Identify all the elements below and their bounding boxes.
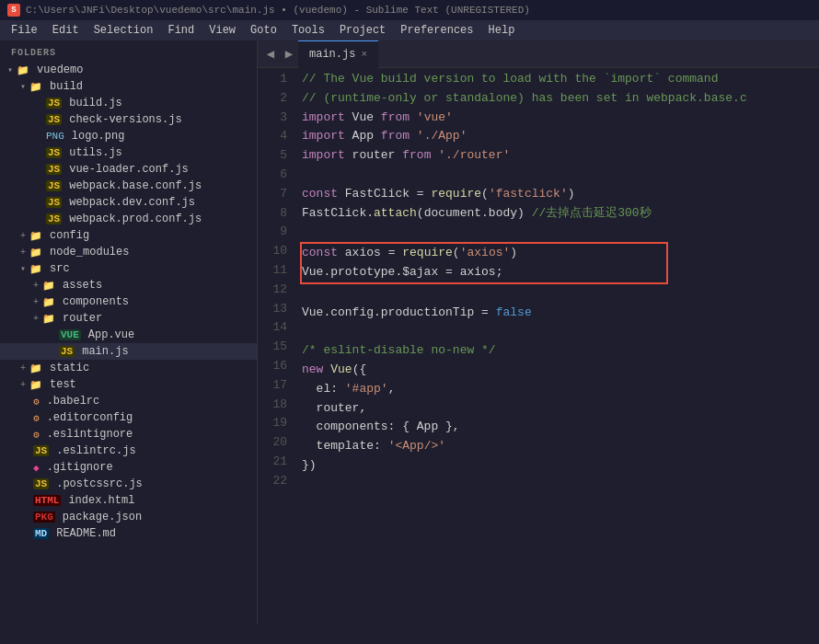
item-name: .postcssrc.js bbox=[56, 477, 143, 490]
sidebar-item[interactable]: +📁router bbox=[0, 310, 257, 327]
item-name: App.vue bbox=[88, 328, 134, 341]
sidebar-item[interactable]: JSwebpack.base.conf.js bbox=[0, 178, 257, 194]
sidebar-item[interactable]: MDREADME.md bbox=[0, 525, 257, 542]
code-area: 12345678910111213141516171819202122 // T… bbox=[258, 68, 819, 624]
sidebar-item[interactable]: +📁config bbox=[0, 227, 257, 244]
editor: 12345678910111213141516171819202122 // T… bbox=[258, 68, 819, 624]
file-icon: VUE bbox=[59, 329, 81, 340]
sidebar-item[interactable]: PKGpackage.json bbox=[0, 509, 257, 525]
title-text: C:\Users\JNFi\Desktop\vuedemo\src\main.j… bbox=[26, 5, 530, 16]
code-line: const axios = require('axios') bbox=[302, 244, 666, 263]
line-number: 13 bbox=[258, 300, 287, 319]
sidebar-item[interactable]: JSutils.js bbox=[0, 144, 257, 161]
file-icon: ◆ bbox=[33, 462, 40, 474]
sidebar-item[interactable]: PNGlogo.png bbox=[0, 128, 257, 144]
sidebar-item[interactable]: ⚙.editorconfig bbox=[0, 409, 257, 426]
tab-close-button[interactable]: × bbox=[361, 49, 367, 60]
line-number: 6 bbox=[258, 166, 287, 185]
sidebar-item[interactable]: JSvue-loader.conf.js bbox=[0, 161, 257, 178]
item-name: build.js bbox=[69, 97, 122, 109]
sidebar-item[interactable]: VUEApp.vue bbox=[0, 327, 257, 343]
line-number: 20 bbox=[258, 433, 287, 453]
item-name: README.md bbox=[56, 527, 116, 540]
code-line: const FastClick = require('fastclick') bbox=[302, 185, 819, 204]
sidebar-item[interactable]: ◆.gitignore bbox=[0, 459, 257, 476]
sidebar-item[interactable]: JSwebpack.dev.conf.js bbox=[0, 194, 257, 211]
menu-item-project[interactable]: Project bbox=[332, 22, 393, 39]
sidebar-item[interactable]: +📁test bbox=[0, 376, 257, 393]
line-number: 22 bbox=[258, 472, 287, 491]
sidebar-item[interactable]: ⚙.eslintignore bbox=[0, 426, 257, 443]
app-icon: S bbox=[7, 4, 20, 17]
title-bar: S C:\Users\JNFi\Desktop\vuedemo\src\main… bbox=[0, 0, 819, 20]
line-number: 14 bbox=[258, 318, 287, 338]
sidebar-item[interactable]: JScheck-versions.js bbox=[0, 111, 257, 128]
sidebar-item[interactable]: ⚙.babelrc bbox=[0, 393, 257, 409]
code-line: import App from './App' bbox=[302, 127, 819, 146]
item-name: utils.js bbox=[69, 146, 122, 159]
tab-main-js[interactable]: main.js × bbox=[298, 40, 378, 68]
line-number: 18 bbox=[258, 396, 287, 415]
item-name: test bbox=[50, 378, 76, 391]
menu-item-view[interactable]: View bbox=[202, 22, 243, 39]
folder-arrow: + bbox=[20, 247, 26, 258]
sidebar-item[interactable]: +📁node_modules bbox=[0, 244, 257, 260]
sidebar-item[interactable]: JS.postcssrc.js bbox=[0, 476, 257, 492]
file-icon: JS bbox=[46, 147, 62, 158]
menu-item-tools[interactable]: Tools bbox=[284, 22, 332, 39]
line-number: 2 bbox=[258, 89, 287, 109]
sidebar-item[interactable]: ▾📁src bbox=[0, 260, 257, 277]
folder-icon: 📁 bbox=[29, 263, 42, 275]
sidebar-header: FOLDERS bbox=[0, 40, 257, 62]
code-line: FastClick.attach(document.body) //去掉点击延迟… bbox=[302, 204, 819, 224]
sidebar-item[interactable]: JSbuild.js bbox=[0, 95, 257, 111]
sidebar-item[interactable]: +📁static bbox=[0, 360, 257, 376]
menu-item-edit[interactable]: Edit bbox=[45, 22, 87, 39]
item-name: components bbox=[63, 295, 129, 308]
sidebar-item[interactable]: ▾📁vuedemo bbox=[0, 62, 257, 78]
code-line: el: '#app', bbox=[302, 380, 819, 399]
file-icon: JS bbox=[33, 445, 49, 456]
item-name: package.json bbox=[63, 511, 142, 523]
sidebar-item[interactable]: JS.eslintrc.js bbox=[0, 443, 257, 459]
item-name: webpack.base.conf.js bbox=[69, 179, 202, 192]
item-name: config bbox=[50, 229, 89, 242]
folder-icon: 📁 bbox=[42, 313, 55, 325]
main-layout: FOLDERS ▾📁vuedemo▾📁buildJSbuild.jsJSchec… bbox=[0, 40, 819, 624]
sidebar-item[interactable]: +📁components bbox=[0, 293, 257, 310]
file-icon: ⚙ bbox=[33, 396, 40, 408]
menu-item-selection[interactable]: Selection bbox=[87, 22, 161, 39]
menu-item-goto[interactable]: Goto bbox=[243, 22, 284, 39]
item-name: router bbox=[63, 312, 102, 325]
item-name: .gitignore bbox=[47, 461, 113, 474]
item-name: webpack.prod.conf.js bbox=[69, 213, 202, 225]
line-number: 9 bbox=[258, 223, 287, 242]
file-icon: JS bbox=[46, 213, 62, 224]
tab-scroll-right[interactable]: ▶ bbox=[280, 41, 298, 67]
code-line: import router from './router' bbox=[302, 146, 819, 166]
menu-item-preferences[interactable]: Preferences bbox=[393, 22, 480, 39]
code-line: Vue.prototype.$ajax = axios; bbox=[302, 263, 666, 282]
folder-arrow: ▾ bbox=[20, 263, 26, 274]
sidebar-item[interactable]: HTMLindex.html bbox=[0, 492, 257, 509]
line-number: 3 bbox=[258, 109, 287, 128]
line-number: 8 bbox=[258, 204, 287, 224]
code-line bbox=[302, 322, 819, 341]
sidebar-item[interactable]: JSmain.js bbox=[0, 343, 257, 360]
menu-bar: FileEditSelectionFindViewGotoToolsProjec… bbox=[0, 20, 819, 40]
code-line bbox=[302, 166, 819, 185]
menu-item-file[interactable]: File bbox=[4, 22, 45, 39]
sidebar-item[interactable]: JSwebpack.prod.conf.js bbox=[0, 211, 257, 227]
code-content[interactable]: // The Vue build version to load with th… bbox=[294, 68, 819, 624]
code-line bbox=[302, 223, 819, 242]
sidebar-item[interactable]: ▾📁build bbox=[0, 78, 257, 95]
line-number: 4 bbox=[258, 127, 287, 146]
menu-item-help[interactable]: Help bbox=[481, 22, 523, 39]
file-icon: JS bbox=[33, 478, 49, 489]
sidebar-item[interactable]: +📁assets bbox=[0, 277, 257, 293]
code-line: // (runtime-only or standalone) has been… bbox=[302, 89, 819, 109]
menu-item-find[interactable]: Find bbox=[160, 22, 202, 39]
tab-scroll-left[interactable]: ◀ bbox=[261, 41, 280, 67]
line-number: 10 bbox=[258, 242, 287, 261]
file-icon: HTML bbox=[33, 495, 61, 506]
